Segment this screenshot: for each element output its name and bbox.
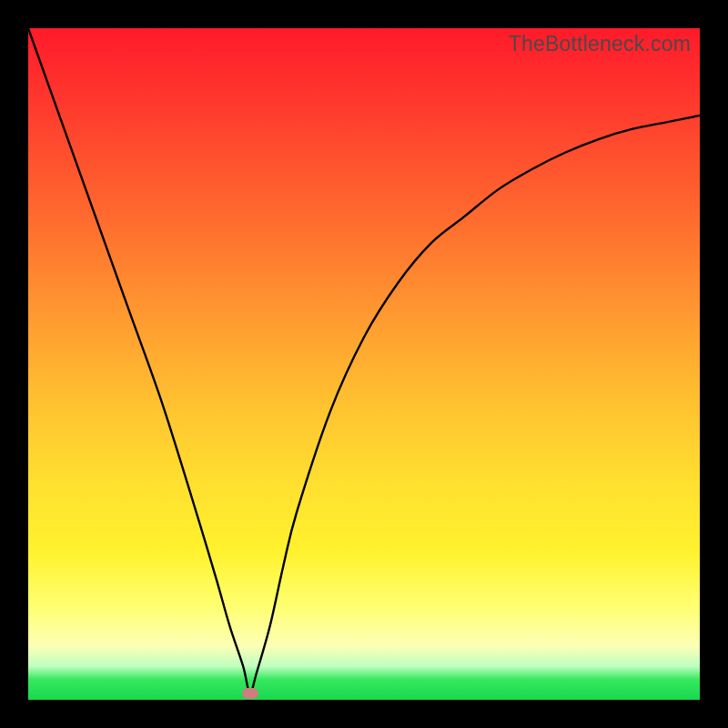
plot-area: TheBottleneck.com (28, 28, 700, 700)
minimum-marker (242, 688, 258, 699)
chart-frame: TheBottleneck.com (0, 0, 728, 728)
bottleneck-curve (28, 28, 700, 700)
